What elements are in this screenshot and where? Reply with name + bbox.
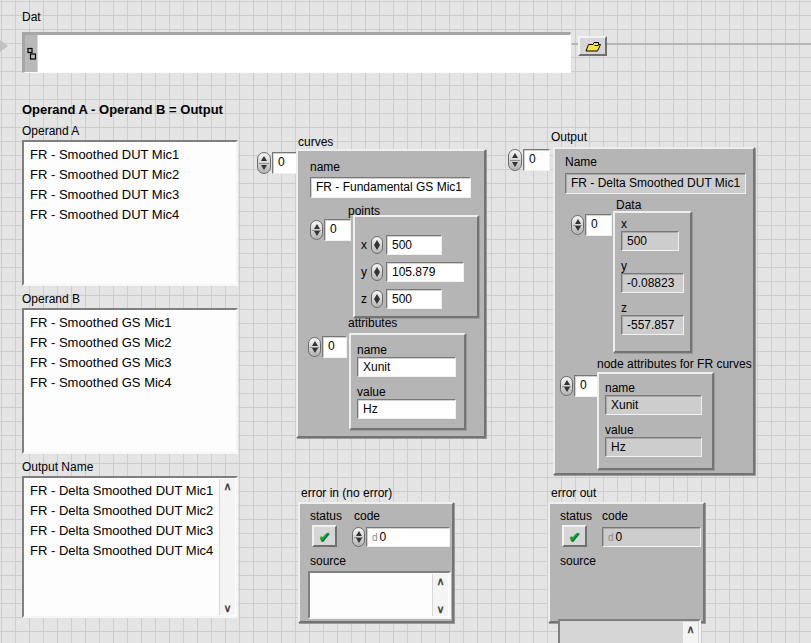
increment-arrow-icon[interactable]	[314, 224, 320, 229]
error-in-code-field[interactable]: d0	[366, 527, 450, 547]
error-in-status-button[interactable]: ✔	[312, 525, 337, 547]
list-item[interactable]: FR - Delta Smoothed DUT Mic4	[30, 541, 218, 561]
list-item[interactable]: FR - Smoothed DUT Mic4	[30, 205, 236, 225]
points-index-field[interactable]: 0	[324, 219, 351, 241]
browse-button[interactable]	[578, 36, 607, 56]
attributes-index-field[interactable]: 0	[322, 336, 347, 358]
x-label: x	[361, 238, 367, 252]
attribute-name-field[interactable]: Xunit	[357, 357, 456, 377]
output-index-spinner[interactable]	[508, 149, 522, 171]
error-in-label: error in (no error)	[301, 486, 392, 500]
y-spinner[interactable]	[371, 263, 383, 281]
error-out-status-indicator: ✔	[562, 525, 587, 547]
data-x-label: x	[621, 217, 627, 231]
radix-indicator: d	[372, 532, 378, 543]
vertical-scrollbar[interactable]: ∧ ∨	[682, 622, 698, 643]
list-item[interactable]: FR - Smoothed DUT Mic2	[30, 165, 236, 185]
path-symbol-icon	[27, 47, 36, 60]
list-item[interactable]: FR - Smoothed GS Mic3	[30, 353, 236, 373]
error-out-status-label: status	[560, 509, 592, 523]
scroll-up-arrow-icon[interactable]: ∧	[223, 481, 231, 491]
x-field[interactable]: 500	[386, 235, 442, 255]
list-item[interactable]: FR - Smoothed GS Mic1	[30, 313, 236, 333]
decrement-arrow-icon[interactable]	[374, 299, 380, 304]
list-item[interactable]: FR - Smoothed GS Mic2	[30, 333, 236, 353]
increment-arrow-icon[interactable]	[356, 531, 362, 536]
list-item[interactable]: FR - Delta Smoothed DUT Mic2	[30, 501, 218, 521]
error-in-status-label: status	[310, 509, 342, 523]
list-item[interactable]: FR - Smoothed DUT Mic1	[30, 145, 236, 165]
decrement-arrow-icon[interactable]	[314, 231, 320, 236]
increment-arrow-icon[interactable]	[575, 219, 581, 224]
scroll-down-arrow-icon[interactable]: ∨	[436, 604, 444, 614]
data-index-spinner[interactable]	[571, 215, 584, 235]
scroll-up-arrow-icon[interactable]: ∧	[686, 624, 694, 634]
decrement-arrow-icon[interactable]	[512, 162, 518, 167]
decrement-arrow-icon[interactable]	[564, 387, 570, 392]
y-field[interactable]: 105.879	[386, 262, 464, 282]
path-input[interactable]	[22, 32, 571, 73]
decrement-arrow-icon[interactable]	[575, 226, 581, 231]
node-attribute-value-indicator: Hz	[605, 437, 702, 457]
z-label: z	[361, 292, 367, 306]
scroll-down-arrow-icon[interactable]: ∨	[223, 603, 231, 613]
increment-arrow-icon[interactable]	[261, 156, 267, 161]
operand-a-listbox[interactable]: FR - Smoothed DUT Mic1 FR - Smoothed DUT…	[22, 140, 238, 286]
x-spinner[interactable]	[371, 236, 383, 254]
vertical-scrollbar[interactable]: ∧ ∨	[432, 574, 448, 616]
checkmark-icon: ✔	[318, 529, 331, 544]
node-attribute-name-indicator: Xunit	[605, 395, 702, 415]
list-item[interactable]: FR - Delta Smoothed DUT Mic3	[30, 521, 218, 541]
decrement-arrow-icon[interactable]	[312, 348, 318, 353]
decrement-arrow-icon[interactable]	[261, 165, 267, 170]
attribute-value-label: value	[357, 385, 386, 399]
scroll-up-arrow-icon[interactable]: ∧	[436, 576, 444, 586]
node-attributes-index-spinner[interactable]	[560, 376, 573, 396]
path-control-label: Dat	[22, 10, 41, 24]
operand-a-label: Operand A	[22, 124, 79, 138]
section-title: Operand A - Operand B = Output	[22, 103, 223, 117]
data-y-indicator: -0.08823	[621, 273, 684, 293]
increment-arrow-icon[interactable]	[512, 153, 518, 158]
points-index-spinner[interactable]	[310, 220, 323, 240]
attributes-label: attributes	[348, 316, 397, 330]
decrement-arrow-icon[interactable]	[374, 272, 380, 277]
curves-index-spinner[interactable]	[257, 152, 271, 174]
path-type-strip	[25, 35, 38, 72]
output-name-field-label: Name	[565, 155, 597, 169]
error-in-code-value: 0	[380, 530, 387, 544]
error-out-source-label: source	[560, 554, 596, 568]
error-out-source-indicator: ∧ ∨	[558, 619, 701, 643]
data-z-indicator: -557.857	[621, 315, 684, 335]
list-item[interactable]: FR - Delta Smoothed DUT Mic1	[30, 481, 218, 501]
increment-arrow-icon[interactable]	[312, 341, 318, 346]
error-in-source-field[interactable]: ∧ ∨	[308, 571, 451, 619]
operand-b-listbox[interactable]: FR - Smoothed GS Mic1 FR - Smoothed GS M…	[22, 308, 238, 454]
output-name-indicator: FR - Delta Smoothed DUT Mic1	[565, 173, 746, 194]
decrement-arrow-icon[interactable]	[356, 538, 362, 543]
attribute-value-field[interactable]: Hz	[357, 399, 456, 419]
error-in-source-label: source	[310, 554, 346, 568]
error-out-code-indicator: d0	[602, 527, 701, 547]
z-field[interactable]: 500	[386, 289, 442, 309]
data-z-label: z	[621, 301, 627, 315]
attribute-name-label: name	[357, 343, 387, 357]
output-index-field[interactable]: 0	[523, 149, 550, 171]
data-y-label: y	[621, 259, 627, 273]
list-item[interactable]: FR - Smoothed DUT Mic3	[30, 185, 236, 205]
output-name-listbox[interactable]: FR - Delta Smoothed DUT Mic1 FR - Delta …	[22, 476, 238, 618]
error-in-code-spinner[interactable]	[352, 527, 365, 547]
attributes-index-spinner[interactable]	[308, 337, 321, 357]
decrement-arrow-icon[interactable]	[374, 245, 380, 250]
curves-label: curves	[298, 135, 333, 149]
node-attributes-label: node attributes for FR curves	[597, 357, 752, 371]
panel-origin-marker	[0, 40, 8, 52]
vertical-scrollbar[interactable]: ∧ ∨	[219, 479, 235, 615]
increment-arrow-icon[interactable]	[564, 380, 570, 385]
radix-indicator: d	[608, 532, 614, 543]
z-spinner[interactable]	[371, 290, 383, 308]
data-index-field[interactable]: 0	[585, 214, 612, 236]
folder-open-icon	[584, 40, 602, 52]
list-item[interactable]: FR - Smoothed GS Mic4	[30, 373, 236, 393]
curve-name-field[interactable]: FR - Fundamental GS Mic1	[310, 177, 471, 198]
